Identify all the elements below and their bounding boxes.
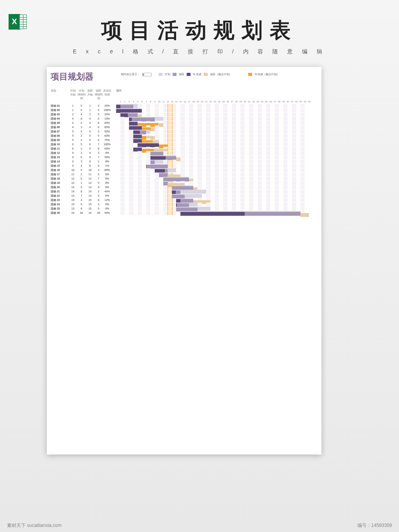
cell-actual-start: 15: [86, 199, 94, 201]
cell-plan-dur: 2: [77, 139, 86, 141]
cell-actual-start: 15: [86, 207, 94, 210]
cell-pct: 100%: [103, 143, 111, 146]
gantt-bar-area: [116, 134, 309, 138]
cell-actual-start: 9: [86, 156, 94, 159]
cell-actual-start: 12: [86, 181, 94, 184]
cell-plan-dur: 5: [77, 104, 86, 107]
col-periods: 期间: [116, 89, 122, 100]
table-row: 活动 06 4 3 4 6 85%: [51, 125, 318, 129]
activity-name: 活动 03: [51, 113, 69, 116]
activity-name: 活动 17: [51, 173, 69, 176]
cell-actual-start: 4: [86, 126, 94, 129]
col-activity: 活动: [51, 89, 69, 100]
cell-actual-start: 8: [86, 164, 94, 167]
cell-pct: 0%: [103, 186, 111, 188]
cell-plan-start: 10: [69, 169, 77, 171]
cell-actual-start: 15: [86, 203, 94, 206]
table-row: 活动 02 1 6 1 6 100%: [51, 108, 318, 112]
activity-name: 活动 15: [51, 164, 69, 168]
cell-pct: 75%: [103, 139, 111, 141]
table-row: 活动 04 4 8 4 6 10%: [51, 116, 318, 121]
table-row: 活动 08 5 2 5 5 60%: [51, 134, 318, 138]
cell-actual-dur: 6: [94, 109, 103, 111]
cell-actual-dur: 2: [94, 190, 103, 193]
cell-pct: 10%: [103, 117, 111, 120]
cell-actual-dur: 5: [94, 207, 103, 210]
highlight-input[interactable]: [142, 73, 152, 76]
cell-plan-start: 1: [69, 104, 77, 107]
cell-actual-start: 11: [86, 173, 94, 176]
cell-plan-start: 9: [69, 160, 77, 163]
cell-plan-start: 4: [69, 126, 77, 129]
gantt-bar-area: [116, 121, 309, 125]
cell-actual-dur: 8: [94, 147, 103, 150]
page-title: 项目活动规划表: [0, 16, 399, 45]
footer-left: 素材天下 sucaitianxia.com: [7, 522, 62, 529]
gantt-bar-area: [116, 125, 309, 129]
table-row: 活动 26 16 28 16 30 50%: [51, 211, 318, 215]
cell-pct: 35%: [103, 113, 111, 116]
cell-actual-dur: 8: [94, 199, 103, 201]
legend-row: 期间突出显示： 计划 实际 % 完成 实际（超出计划） % 完成（超出计划）: [121, 72, 318, 76]
cell-actual-start: 16: [86, 211, 94, 214]
cell-plan-dur: 5: [77, 186, 86, 188]
highlight-label: 期间突出显示：: [121, 72, 140, 76]
cell-pct: 1%: [103, 164, 111, 167]
cell-plan-dur: 3: [77, 151, 86, 154]
table-row: 活动 05 4 2 4 8 85%: [51, 121, 318, 125]
cell-plan-dur: 8: [77, 207, 86, 210]
cell-plan-start: 12: [69, 177, 77, 180]
activity-name: 活动 16: [51, 168, 69, 172]
cell-actual-dur: 6: [94, 186, 103, 188]
legend-label-over: 实际（超出计划）: [210, 72, 232, 76]
col-actual-start: 实际 开始: [86, 89, 94, 100]
table-row: 活动 03 2 4 2 5 35%: [51, 112, 318, 116]
activity-name: 活动 06: [51, 125, 69, 129]
col-actual-dur: 实际 持续时间: [94, 89, 103, 100]
activity-name: 活动 23: [51, 198, 69, 202]
cell-plan-dur: 5: [77, 169, 86, 171]
cell-plan-dur: 3: [77, 160, 86, 163]
table-row: 活动 11 6 1 5 8 60%: [51, 146, 318, 151]
gantt-bar-area: [116, 168, 309, 172]
col-plan-start: 计划 开始: [69, 89, 77, 100]
gantt-bar-area: [116, 151, 309, 155]
cell-actual-dur: 7: [94, 156, 103, 159]
cell-pct: 50%: [103, 130, 111, 133]
cell-actual-start: 14: [86, 186, 94, 188]
cell-plan-dur: 8: [77, 117, 86, 120]
table-row: 活动 19 12 1 12 5 0%: [51, 181, 318, 185]
column-headers: 活动 计划 开始 计划 持续时间 实际 开始 实际 持续时间 百分比 完成 期间: [51, 89, 318, 100]
cell-plan-dur: 6: [77, 109, 86, 111]
activity-name: 活动 10: [51, 143, 69, 146]
legend-swatch-done: [187, 73, 191, 76]
cell-plan-start: 14: [69, 186, 77, 188]
table-row: 活动 14 9 3 9 1 0%: [51, 159, 318, 164]
gantt-bar-area: [116, 155, 309, 159]
table-row: 活动 09 5 2 5 6 75%: [51, 138, 318, 142]
page-subtitle: E x c e l 格 式 / 直 接 打 印 / 内 容 随 意 编 辑: [0, 48, 399, 55]
cell-plan-dur: 5: [77, 203, 86, 206]
cell-actual-dur: 3: [94, 130, 103, 133]
table-row: 活动 17 11 2 11 5 0%: [51, 172, 318, 176]
table-row: 活动 01 1 5 1 4 25%: [51, 104, 318, 108]
gantt-bar-area: [116, 203, 309, 206]
cell-pct: 0%: [103, 173, 111, 176]
period-numbers: 1234567891011121314151617181920212223242…: [118, 100, 318, 103]
table-row: 活动 10 6 5 6 7 100%: [51, 142, 318, 146]
activity-name: 活动 14: [51, 160, 69, 164]
cell-actual-dur: 4: [94, 104, 103, 107]
activity-name: 活动 11: [51, 147, 69, 151]
cell-actual-dur: 5: [94, 173, 103, 176]
gantt-bar-area: [116, 185, 309, 189]
cell-actual-start: 4: [86, 122, 94, 124]
cell-actual-start: 14: [86, 190, 94, 193]
cell-plan-start: 6: [69, 143, 77, 146]
col-plan-dur: 计划 持续时间: [77, 89, 86, 100]
cell-plan-start: 16: [69, 211, 77, 214]
cell-actual-dur: 7: [94, 177, 103, 180]
cell-actual-start: 4: [86, 117, 94, 120]
cell-plan-start: 12: [69, 181, 77, 184]
cell-plan-dur: 7: [77, 194, 86, 197]
cell-pct: 0%: [103, 151, 111, 154]
